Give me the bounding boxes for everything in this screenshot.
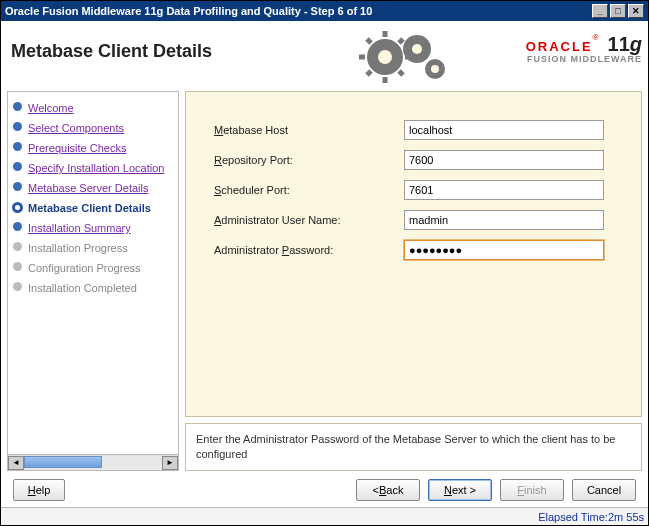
form-panel: Metabase Host Repository Port: Scheduler… <box>185 91 642 417</box>
step-metabase-client-details: Metabase Client Details <box>10 202 174 214</box>
row-repository-port: Repository Port: <box>214 150 631 170</box>
row-admin-user: Administrator User Name: <box>214 210 631 230</box>
window-body: Metabase Client Details <box>1 21 648 507</box>
step-link[interactable]: Metabase Server Details <box>28 182 148 194</box>
step-link[interactable]: Select Components <box>28 122 124 134</box>
step-label: Configuration Progress <box>24 262 174 274</box>
sidebar: WelcomeSelect ComponentsPrerequisite Che… <box>7 91 179 471</box>
svg-point-5 <box>431 65 439 73</box>
step-label: Prerequisite Checks <box>24 142 174 154</box>
help-button[interactable]: Help <box>13 479 65 501</box>
close-button[interactable]: ✕ <box>628 4 644 18</box>
step-label: Welcome <box>24 102 174 114</box>
step-prerequisite-checks[interactable]: Prerequisite Checks <box>10 142 174 154</box>
oracle-logo: ORACLE® 11g FUSION MIDDLEWARE <box>472 27 642 87</box>
status-bar: Elapsed Time: 2m 55s <box>1 507 648 525</box>
step-label: Installation Summary <box>24 222 174 234</box>
maximize-button[interactable]: □ <box>610 4 626 18</box>
installer-window: Oracle Fusion Middleware 11g Data Profil… <box>0 0 649 526</box>
brand-vendor: ORACLE <box>526 39 593 54</box>
step-label: Installation Completed <box>24 282 174 294</box>
step-dot-icon <box>13 122 22 131</box>
step-select-components[interactable]: Select Components <box>10 122 174 134</box>
step-link[interactable]: Installation Summary <box>28 222 131 234</box>
gears-artwork <box>352 27 472 87</box>
step-dot-icon <box>13 242 22 251</box>
svg-line-10 <box>367 39 371 43</box>
step-welcome[interactable]: Welcome <box>10 102 174 114</box>
step-dot-icon <box>13 282 22 291</box>
cancel-button[interactable]: Cancel <box>572 479 636 501</box>
title-bar: Oracle Fusion Middleware 11g Data Profil… <box>1 1 648 21</box>
step-link[interactable]: Welcome <box>28 102 74 114</box>
svg-point-1 <box>378 50 392 64</box>
step-dot-icon <box>13 142 22 151</box>
step-configuration-progress: Configuration Progress <box>10 262 174 274</box>
page-title: Metabase Client Details <box>7 27 352 62</box>
label-metabase-host: Metabase Host <box>214 124 404 136</box>
svg-point-3 <box>412 44 422 54</box>
next-button[interactable]: Next > <box>428 479 492 501</box>
step-installation-progress: Installation Progress <box>10 242 174 254</box>
admin-password-field[interactable] <box>404 240 604 260</box>
back-button[interactable]: < Back <box>356 479 420 501</box>
sidebar-scrollbar[interactable]: ◄ ► <box>8 454 178 470</box>
step-dot-icon <box>13 182 22 191</box>
row-metabase-host: Metabase Host <box>214 120 631 140</box>
button-bar: Help < Back Next > Finish Cancel <box>7 471 642 505</box>
step-dot-icon <box>13 162 22 171</box>
elapsed-time-value: 2m 55s <box>608 511 644 523</box>
step-label: Installation Progress <box>24 242 174 254</box>
step-link[interactable]: Prerequisite Checks <box>28 142 126 154</box>
elapsed-time-label: Elapsed Time: <box>538 511 608 523</box>
step-dot-icon <box>13 102 22 111</box>
scheduler-port-field[interactable] <box>404 180 604 200</box>
label-repository-port: Repository Port: <box>214 154 404 166</box>
scroll-right-button[interactable]: ► <box>162 456 178 470</box>
steps-list: WelcomeSelect ComponentsPrerequisite Che… <box>8 92 178 454</box>
step-dot-icon <box>13 262 22 271</box>
scroll-track[interactable] <box>24 456 162 470</box>
metabase-host-field[interactable] <box>404 120 604 140</box>
step-specify-installation-location[interactable]: Specify Installation Location <box>10 162 174 174</box>
repository-port-field[interactable] <box>404 150 604 170</box>
window-title: Oracle Fusion Middleware 11g Data Profil… <box>5 5 590 17</box>
svg-line-12 <box>367 71 371 75</box>
step-dot-icon <box>12 202 23 213</box>
header: Metabase Client Details <box>7 27 642 87</box>
step-label: Select Components <box>24 122 174 134</box>
step-label: Metabase Server Details <box>24 182 174 194</box>
main-panel: Metabase Host Repository Port: Scheduler… <box>185 91 642 471</box>
row-scheduler-port: Scheduler Port: <box>214 180 631 200</box>
step-dot-icon <box>13 222 22 231</box>
minimize-button[interactable]: _ <box>592 4 608 18</box>
scroll-thumb[interactable] <box>24 456 102 468</box>
step-installation-summary[interactable]: Installation Summary <box>10 222 174 234</box>
finish-button: Finish <box>500 479 564 501</box>
step-label: Specify Installation Location <box>24 162 174 174</box>
label-admin-password: Administrator Password: <box>214 244 404 256</box>
scroll-left-button[interactable]: ◄ <box>8 456 24 470</box>
step-installation-completed: Installation Completed <box>10 282 174 294</box>
row-admin-password: Administrator Password: <box>214 240 631 260</box>
hint-panel: Enter the Administrator Password of the … <box>185 423 642 471</box>
brand-product-line: FUSION MIDDLEWARE <box>472 54 642 64</box>
step-link[interactable]: Specify Installation Location <box>28 162 164 174</box>
svg-line-13 <box>399 39 403 43</box>
step-label: Metabase Client Details <box>24 202 174 214</box>
label-scheduler-port: Scheduler Port: <box>214 184 404 196</box>
step-metabase-server-details[interactable]: Metabase Server Details <box>10 182 174 194</box>
svg-line-11 <box>399 71 403 75</box>
content: WelcomeSelect ComponentsPrerequisite Che… <box>7 91 642 471</box>
label-admin-user: Administrator User Name: <box>214 214 404 226</box>
admin-user-field[interactable] <box>404 210 604 230</box>
